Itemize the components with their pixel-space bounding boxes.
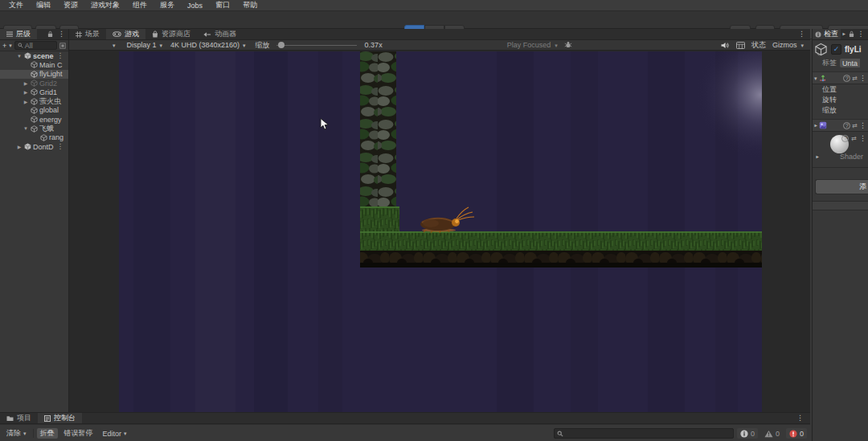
play-focused-dropdown[interactable]: Play Focused ▾: [507, 41, 558, 49]
foldout-arrow[interactable]: ▾: [814, 156, 820, 159]
zoom-slider-handle[interactable]: [278, 42, 285, 48]
component-menu-icon[interactable]: ⋮: [859, 75, 866, 82]
menu-help[interactable]: 帮助: [237, 0, 263, 10]
help-icon[interactable]: ?: [841, 135, 849, 142]
hierarchy-item-global[interactable]: global: [0, 106, 68, 115]
vsync-monitor-icon[interactable]: [736, 42, 745, 49]
tab-console[interactable]: 控制台: [38, 413, 82, 423]
expand-arrow[interactable]: ▼: [16, 54, 23, 59]
panel-menu-icon[interactable]: ⋮: [798, 31, 805, 38]
menu-window[interactable]: 窗口: [210, 0, 235, 10]
debug-bug-icon[interactable]: [564, 41, 572, 49]
tab-scene[interactable]: 场景: [69, 29, 106, 39]
hierarchy-search-input[interactable]: All: [14, 41, 57, 50]
menu-file[interactable]: 文件: [3, 0, 29, 10]
tag-row: 标签 Unta: [813, 58, 868, 68]
game-render-surface: [119, 51, 762, 412]
create-button[interactable]: +: [2, 42, 6, 50]
console-tab-label: 控制台: [54, 413, 76, 423]
display-mode-caret[interactable]: ▾: [113, 43, 116, 48]
console-search-input[interactable]: [554, 428, 734, 439]
hierarchy-item-flylight[interactable]: flyLight: [0, 70, 68, 79]
hierarchy-item-main-camera[interactable]: Main C: [0, 60, 68, 69]
expand-arrow[interactable]: ▶: [16, 144, 23, 149]
warning-count-badge[interactable]: 0: [761, 428, 783, 439]
resolution-dropdown[interactable]: 4K UHD (3840x2160) ▾: [170, 41, 246, 49]
tab-scroll-arrow[interactable]: ▾: [841, 33, 846, 36]
menu-component[interactable]: 组件: [127, 0, 153, 10]
expand-arrow[interactable]: ▶: [23, 80, 29, 86]
foldout-arrow[interactable]: ▾: [814, 76, 817, 81]
hierarchy-item-scene[interactable]: ▼ scene ⋮: [0, 51, 68, 60]
chevron-down-icon[interactable]: ▾: [9, 43, 12, 48]
menu-services[interactable]: 服务: [154, 0, 180, 10]
hierarchy-item-firefly[interactable]: ▶ 萤火虫: [0, 96, 68, 105]
zoom-label: 缩放: [256, 40, 270, 51]
mute-audio-icon[interactable]: [721, 42, 730, 49]
preview-pane-header[interactable]: [813, 201, 868, 210]
active-checkbox[interactable]: ✓: [831, 44, 841, 55]
tag-value: Unta: [842, 59, 858, 67]
add-component-button[interactable]: 添: [815, 179, 868, 194]
transform-position-row[interactable]: 位置: [813, 84, 868, 95]
console-search[interactable]: [554, 428, 734, 439]
inspector-header: ✓ flyLi: [813, 40, 868, 58]
menu-edit[interactable]: 编辑: [31, 0, 56, 10]
tag-dropdown[interactable]: Unta: [840, 59, 860, 67]
hierarchy-item-rang[interactable]: rang: [0, 133, 68, 142]
hierarchy-item-moth[interactable]: ▼ 飞蛾: [0, 124, 68, 133]
presets-icon[interactable]: ⇄: [851, 135, 857, 142]
tab-asset-store[interactable]: 资源商店: [145, 29, 197, 39]
scene-menu-icon[interactable]: ⋮: [57, 52, 64, 59]
expand-arrow[interactable]: ▶: [23, 99, 29, 104]
transform-icon: [819, 74, 827, 82]
error-count-badge[interactable]: 0: [786, 428, 807, 439]
rotation-label: 旋转: [822, 95, 837, 105]
clear-button[interactable]: 清除 ▾: [3, 428, 30, 439]
panel-menu-icon[interactable]: ⋮: [796, 414, 804, 422]
expand-arrow[interactable]: ▶: [23, 89, 29, 95]
tab-hierarchy[interactable]: 层级: [0, 29, 37, 39]
scene-picker-icon[interactable]: [59, 43, 66, 49]
presets-icon[interactable]: ⇄: [852, 122, 858, 129]
panel-menu-icon[interactable]: ⋮: [858, 31, 865, 38]
tag-label: 标签: [822, 58, 837, 68]
menu-gameobject[interactable]: 游戏对象: [85, 0, 125, 10]
sprite-renderer-component-header[interactable]: ▾ ? ⇄ ⋮: [813, 119, 868, 132]
help-icon[interactable]: ?: [843, 75, 850, 82]
foldout-arrow[interactable]: ▾: [813, 124, 818, 127]
hierarchy-item-dontdestroy[interactable]: ▶ DontD ⋮: [0, 142, 68, 151]
hierarchy-item-grid1[interactable]: ▶ Grid1: [0, 88, 68, 96]
game-viewport[interactable]: [69, 51, 810, 412]
transform-component-header[interactable]: ▾ ? ⇄ ⋮: [813, 71, 868, 84]
menu-assets[interactable]: 资源: [58, 0, 84, 10]
help-icon[interactable]: ?: [843, 122, 850, 129]
info-count-badge[interactable]: 0: [737, 428, 758, 439]
animator-icon: [203, 31, 211, 38]
hierarchy-item-energy[interactable]: energy: [0, 115, 68, 124]
collapse-toggle[interactable]: 折叠: [37, 428, 58, 439]
editor-dropdown[interactable]: Editor ▾: [100, 428, 130, 439]
tab-game[interactable]: 游戏: [106, 29, 145, 39]
error-pause-toggle[interactable]: 错误暂停: [61, 428, 96, 439]
tab-project[interactable]: 项目: [0, 413, 38, 423]
lock-icon[interactable]: [849, 31, 854, 38]
lock-icon[interactable]: [47, 31, 53, 38]
zoom-slider[interactable]: [276, 45, 357, 46]
stats-toggle[interactable]: 状态: [751, 40, 766, 51]
display-dropdown[interactable]: Display 1 ▾: [127, 41, 163, 49]
component-menu-icon[interactable]: ⋮: [859, 122, 866, 129]
tab-inspector[interactable]: 检查: [813, 29, 841, 39]
panel-menu-icon[interactable]: ⋮: [58, 31, 65, 38]
gizmos-dropdown[interactable]: Gizmos ▾: [772, 41, 804, 49]
expand-arrow[interactable]: ▼: [23, 126, 29, 131]
presets-icon[interactable]: ⇄: [852, 75, 858, 82]
hierarchy-item-grid2[interactable]: ▶ Grid2: [0, 79, 68, 88]
component-menu-icon[interactable]: ⋮: [859, 135, 866, 142]
object-name-field[interactable]: flyLi: [845, 45, 862, 54]
transform-scale-row[interactable]: 缩放: [813, 105, 868, 116]
menu-jobs[interactable]: Jobs: [182, 2, 208, 10]
scene-menu-icon[interactable]: ⋮: [57, 143, 64, 150]
transform-rotation-row[interactable]: 旋转: [813, 95, 868, 105]
tab-animator[interactable]: 动画器: [197, 29, 243, 39]
